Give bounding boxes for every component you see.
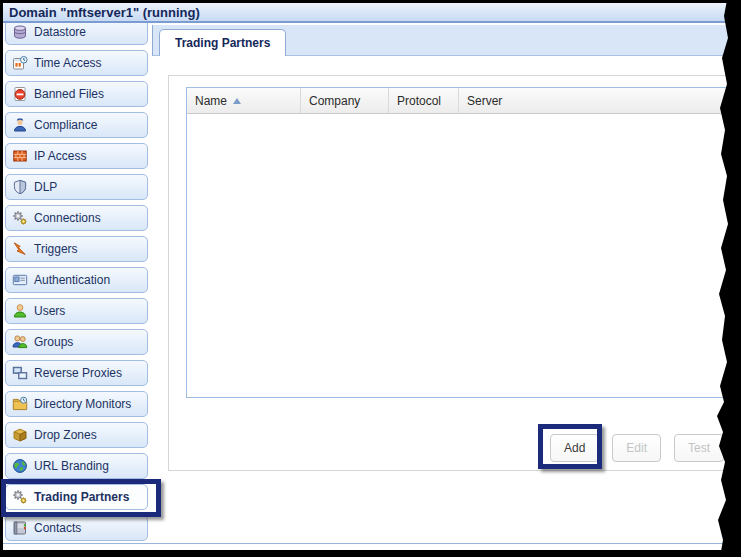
sidebar-item-label: Triggers <box>34 242 78 256</box>
column-label: Protocol <box>397 94 441 108</box>
tab-label: Trading Partners <box>175 36 270 50</box>
sidebar-item-dlp[interactable]: DLP <box>5 174 148 200</box>
sidebar-item-drop-zones[interactable]: Drop Zones <box>5 422 148 448</box>
column-header-name[interactable]: Name <box>187 88 301 113</box>
column-label: Name <box>195 94 227 108</box>
column-label: Company <box>309 94 360 108</box>
user-group-icon <box>12 334 28 350</box>
gears-icon <box>12 489 28 505</box>
sidebar-item-time-access[interactable]: Time Access <box>5 50 148 76</box>
package-box-icon <box>12 427 28 443</box>
sidebar-item-label: URL Branding <box>34 459 109 473</box>
sidebar-item-label: Compliance <box>34 118 97 132</box>
officer-icon <box>12 117 28 133</box>
sidebar-item-label: IP Access <box>34 149 86 163</box>
sidebar-item-label: Groups <box>34 335 73 349</box>
sidebar-item-compliance[interactable]: Compliance <box>5 112 148 138</box>
column-header-protocol[interactable]: Protocol <box>389 88 459 113</box>
table-header-row: Name Company Protocol Server <box>187 88 738 114</box>
id-card-icon <box>12 272 28 288</box>
banned-file-icon <box>12 86 28 102</box>
sidebar-item-label: Users <box>34 304 65 318</box>
app-window: Domain "mftserver1" (running) Datastore … <box>3 3 738 550</box>
sidebar-item-ip-access[interactable]: IP Access <box>5 143 148 169</box>
sidebar-item-label: Contacts <box>34 521 81 535</box>
shield-icon <box>12 179 28 195</box>
sidebar-item-label: Directory Monitors <box>34 397 131 411</box>
sidebar: Datastore Time Access Banned Files Compl… <box>5 19 151 546</box>
user-icon <box>12 303 28 319</box>
action-button-row: Add Edit Test Delete <box>550 434 741 462</box>
test-button[interactable]: Test <box>674 434 724 462</box>
sidebar-item-label: DLP <box>34 180 57 194</box>
column-header-server[interactable]: Server <box>459 88 738 113</box>
computers-icon <box>12 365 28 381</box>
sidebar-item-contacts[interactable]: Contacts <box>5 515 148 541</box>
column-label: Server <box>467 94 502 108</box>
column-header-company[interactable]: Company <box>301 88 389 113</box>
gears-icon <box>12 210 28 226</box>
sidebar-item-label: Drop Zones <box>34 428 97 442</box>
table-body-empty <box>187 114 738 397</box>
window-titlebar: Domain "mftserver1" (running) <box>3 3 738 23</box>
sidebar-item-groups[interactable]: Groups <box>5 329 148 355</box>
folder-clock-icon <box>12 396 28 412</box>
add-button[interactable]: Add <box>550 434 599 462</box>
delete-button[interactable]: Delete <box>737 434 741 462</box>
sidebar-item-label: Banned Files <box>34 87 104 101</box>
sidebar-item-url-branding[interactable]: URL Branding <box>5 453 148 479</box>
lightning-icon <box>12 241 28 257</box>
sidebar-item-connections[interactable]: Connections <box>5 205 148 231</box>
address-book-icon <box>12 520 28 536</box>
content-panel: Name Company Protocol Server Add <box>168 75 738 471</box>
tab-trading-partners[interactable]: Trading Partners <box>159 29 286 56</box>
sidebar-item-authentication[interactable]: Authentication <box>5 267 148 293</box>
screenshot-frame: Domain "mftserver1" (running) Datastore … <box>0 0 741 557</box>
sidebar-item-users[interactable]: Users <box>5 298 148 324</box>
sidebar-item-triggers[interactable]: Triggers <box>5 236 148 262</box>
trading-partners-table: Name Company Protocol Server <box>186 87 739 398</box>
edit-button[interactable]: Edit <box>612 434 661 462</box>
calendar-clock-icon <box>12 55 28 71</box>
firewall-icon <box>12 148 28 164</box>
sidebar-item-label: Trading Partners <box>34 490 129 504</box>
sort-ascending-icon <box>233 98 241 104</box>
sidebar-item-banned-files[interactable]: Banned Files <box>5 81 148 107</box>
sidebar-item-label: Datastore <box>34 25 86 39</box>
sidebar-item-label: Reverse Proxies <box>34 366 122 380</box>
window-title: Domain "mftserver1" (running) <box>9 5 200 20</box>
sidebar-item-label: Time Access <box>34 56 102 70</box>
sidebar-item-label: Connections <box>34 211 101 225</box>
sidebar-item-label: Authentication <box>34 273 110 287</box>
tab-bar: Trading Partners <box>152 25 738 56</box>
sidebar-item-reverse-proxies[interactable]: Reverse Proxies <box>5 360 148 386</box>
sidebar-item-trading-partners[interactable]: Trading Partners <box>5 484 148 510</box>
datastore-icon <box>12 24 28 40</box>
globe-icon <box>12 458 28 474</box>
sidebar-item-directory-monitors[interactable]: Directory Monitors <box>5 391 148 417</box>
